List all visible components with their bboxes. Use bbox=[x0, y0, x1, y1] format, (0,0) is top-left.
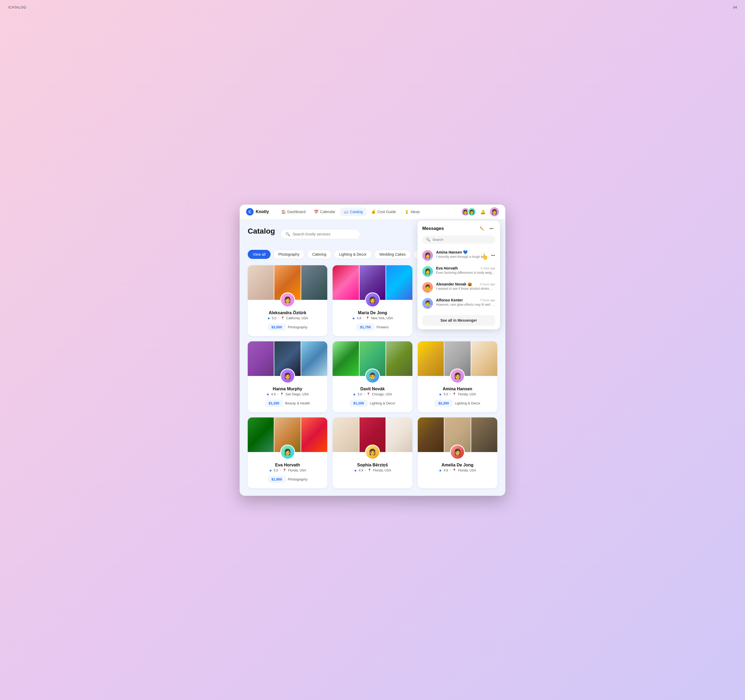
msg-name-alex: Alexander Novak 🎃 bbox=[436, 282, 472, 286]
card-meta-hanna: ★ 4.9 • 📍 San Diego, USA bbox=[252, 392, 323, 396]
card-info-eva: Eva Horvath ★ 5.0 • 📍 Florida, USA $1,80… bbox=[248, 463, 327, 483]
category-tag: Beauty & Health bbox=[285, 401, 310, 405]
filter-wedding-cakes[interactable]: Wedding Cakes bbox=[374, 250, 411, 259]
messages-header: Messages ✏️ ••• bbox=[417, 221, 500, 235]
card-tags-eva: $1,800 Photography bbox=[252, 476, 323, 483]
card-amelia[interactable]: 👩 Amelia De Jong ★ 4.8 • 📍 Florida, USA bbox=[418, 417, 497, 488]
search-icon: 🔍 bbox=[286, 232, 290, 236]
card-img-12 bbox=[386, 341, 412, 376]
filter-photography[interactable]: Photography bbox=[273, 250, 304, 259]
card-img-21 bbox=[386, 417, 412, 452]
card-hanna[interactable]: 👩 Hanna Murphy ★ 4.9 • 📍 San Diego, USA … bbox=[248, 341, 327, 412]
msg-content-amina: Amina Hansen 💙 I recently went through a… bbox=[436, 250, 495, 259]
see-all-messenger-button[interactable]: See all in Messenger bbox=[422, 315, 495, 326]
price-tag: $1,750 bbox=[356, 323, 374, 331]
msg-content-alex: Alexander Novak 🎃 3 hours ago I wanted t… bbox=[436, 282, 495, 290]
nav-avatar-group[interactable]: 👩 👩 bbox=[461, 208, 476, 216]
message-item-alfonso[interactable]: 👨 Alfonso Kenter 7 hours ago However, ra… bbox=[417, 295, 500, 311]
filter-view-all[interactable]: View all bbox=[248, 250, 271, 259]
nav-item-dashboard[interactable]: 🏠 Dashboard bbox=[278, 208, 310, 216]
message-item-eva[interactable]: 👩 Eva Horvath 5 mins ago Even factoring … bbox=[417, 263, 500, 279]
msg-preview-amina: I recently went through a tough br... bbox=[436, 255, 495, 259]
status-dot-eva bbox=[430, 274, 432, 277]
card-avatar-maria: 👩 bbox=[365, 292, 380, 307]
msg-name-row-amina: Amina Hansen 💙 bbox=[436, 250, 495, 254]
card-avatar-sophia: 👩 bbox=[365, 444, 380, 459]
filter-lighting-decor[interactable]: Lighting & Decor bbox=[334, 250, 372, 259]
star-icon: ★ bbox=[439, 468, 442, 473]
category-tag: Photography bbox=[288, 325, 308, 329]
card-eva[interactable]: 👩 Eva Horvath ★ 5.0 • 📍 Florida, USA $1,… bbox=[248, 417, 327, 488]
nav-item-ideas[interactable]: 💡 Ideas bbox=[401, 208, 423, 216]
messages-search-input[interactable] bbox=[432, 238, 491, 242]
logo-text: Knotly bbox=[256, 209, 269, 214]
page-label-top: /CATALOG bbox=[8, 5, 26, 9]
card-img-24 bbox=[471, 417, 497, 452]
msg-avatar-alfonso: 👨 bbox=[422, 298, 433, 309]
navbar: C Knotly 🏠 Dashboard 📅 Calendar 📖 Catalo… bbox=[240, 205, 505, 220]
message-more-btn-amina[interactable]: ••• bbox=[490, 252, 496, 259]
bell-button[interactable]: 🔔 bbox=[479, 208, 487, 216]
pin-icon: 📍 bbox=[452, 392, 456, 396]
card-img-1 bbox=[248, 265, 274, 300]
nav-avatar-2[interactable]: 👩 bbox=[467, 208, 476, 216]
nav-item-calendar[interactable]: 📅 Calendar bbox=[310, 208, 339, 216]
ideas-icon: 💡 bbox=[404, 209, 409, 214]
card-info-sophia: Sophia Bērziņš ★ 4.9 • 📍 Florida, USA bbox=[333, 463, 412, 473]
card-davit[interactable]: 👨 Davit Novák ★ 5.0 • 📍 Chicago, USA $1,… bbox=[333, 341, 412, 412]
msg-name-row-alex: Alexander Novak 🎃 3 hours ago bbox=[436, 282, 495, 286]
page-number: 04 bbox=[733, 5, 737, 9]
card-avatar-davit: 👨 bbox=[365, 368, 380, 383]
price-tag: $1,200 bbox=[265, 399, 283, 407]
filter-catering[interactable]: Catering bbox=[307, 250, 331, 259]
card-name-hanna: Hanna Murphy bbox=[252, 387, 323, 391]
cost-guide-icon: 💰 bbox=[371, 209, 376, 214]
card-name-amelia: Amelia De Jong bbox=[422, 463, 493, 467]
pin-icon: 📍 bbox=[281, 316, 285, 320]
card-name-maria: Maria De Jong bbox=[337, 311, 408, 315]
card-info-amina: Amina Hansen ★ 5.0 • 📍 Florida, USA $2,2… bbox=[418, 387, 497, 407]
message-list: 👩 Amina Hansen 💙 I recently went through… bbox=[417, 246, 500, 313]
card-avatar-aleksandra: 👩 bbox=[280, 292, 295, 307]
card-name-amina: Amina Hansen bbox=[422, 387, 493, 391]
compose-button[interactable]: ✏️ bbox=[478, 225, 486, 232]
msg-name-eva: Eva Horvath bbox=[436, 266, 458, 270]
card-amina[interactable]: 👩 Amina Hansen ★ 5.0 • 📍 Florida, USA $2… bbox=[418, 341, 497, 412]
user-avatar[interactable]: 👩 bbox=[490, 207, 499, 216]
status-dot-alex bbox=[430, 290, 432, 292]
verified-icon: 💙 bbox=[463, 250, 467, 254]
nav-logo[interactable]: C Knotly bbox=[246, 208, 269, 215]
card-img-19 bbox=[333, 417, 359, 452]
card-meta-aleksandra: ★ 5.0 • 📍 California, USA bbox=[252, 316, 323, 320]
card-info-aleksandra: Aleksandra Öztürk ★ 5.0 • 📍 California, … bbox=[248, 311, 327, 331]
card-info-amelia: Amelia De Jong ★ 4.8 • 📍 Florida, USA bbox=[418, 463, 497, 473]
card-sophia[interactable]: 👩 Sophia Bērziņš ★ 4.9 • 📍 Florida, USA bbox=[333, 417, 412, 488]
nav-items: 🏠 Dashboard 📅 Calendar 📖 Catalog 💰 Cost … bbox=[278, 208, 461, 216]
price-tag: $3,500 bbox=[268, 323, 286, 331]
messages-search-icon: 🔍 bbox=[426, 238, 430, 242]
emoji-icon: 🎃 bbox=[467, 282, 472, 286]
message-item-amina[interactable]: 👩 Amina Hansen 💙 I recently went through… bbox=[417, 247, 500, 263]
nav-item-cost-guide[interactable]: 💰 Cost Guide bbox=[368, 208, 399, 216]
nav-item-catalog[interactable]: 📖 Catalog bbox=[340, 208, 367, 216]
card-avatar-hanna: 👩 bbox=[280, 368, 295, 383]
card-name-davit: Davit Novák bbox=[337, 387, 408, 391]
message-item-alex[interactable]: 👨 Alexander Novak 🎃 3 hours ago I wanted… bbox=[417, 279, 500, 295]
card-meta-maria: ★ 4.8 • 📍 New York, USA bbox=[337, 316, 408, 320]
more-options-button[interactable]: ••• bbox=[488, 225, 495, 232]
card-aleksandra[interactable]: 👩 Aleksandra Öztürk ★ 5.0 • 📍 California… bbox=[248, 265, 327, 336]
category-tag: Flowers bbox=[377, 325, 389, 329]
msg-content-eva: Eva Horvath 5 mins ago Even factoring di… bbox=[436, 266, 495, 275]
card-avatar-amelia: 👩 bbox=[450, 444, 465, 459]
msg-name-row-eva: Eva Horvath 5 mins ago bbox=[436, 266, 495, 270]
card-img-7 bbox=[248, 341, 274, 376]
card-maria[interactable]: 👩 Maria De Jong ★ 4.8 • 📍 New York, USA … bbox=[333, 265, 412, 336]
card-tags-hanna: $1,200 Beauty & Health bbox=[252, 399, 323, 407]
card-img-15 bbox=[471, 341, 497, 376]
card-img-3 bbox=[301, 265, 327, 300]
card-avatar-eva: 👩 bbox=[280, 444, 295, 459]
card-info-davit: Davit Novák ★ 5.0 • 📍 Chicago, USA $1,25… bbox=[333, 387, 412, 407]
card-name-sophia: Sophia Bērziņš bbox=[337, 463, 408, 467]
search-input[interactable] bbox=[293, 232, 355, 236]
card-meta-amina: ★ 5.0 • 📍 Florida, USA bbox=[422, 392, 493, 396]
